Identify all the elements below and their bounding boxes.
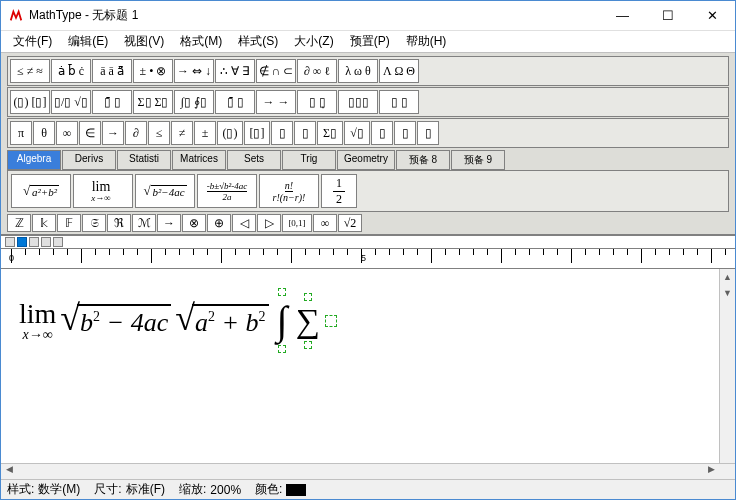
tmpl-box4[interactable]: ▯ (394, 121, 416, 145)
size-step-1[interactable] (5, 237, 15, 247)
status-style-value[interactable]: 数学(M) (38, 481, 80, 498)
formula-integral[interactable]: ∫ (273, 287, 292, 354)
sym-infinity2[interactable]: ∞ (313, 214, 337, 232)
palette-operators[interactable]: ± • ⊗ (133, 59, 173, 83)
tab-sets[interactable]: Sets (227, 150, 281, 170)
menu-file[interactable]: 文件(F) (5, 31, 60, 52)
tmpl-box5[interactable]: ▯ (417, 121, 439, 145)
tmpl-paren[interactable]: (▯) (217, 121, 243, 145)
palette-relations[interactable]: ≤ ≠ ≈ (10, 59, 50, 83)
template-quadratic[interactable]: -b±√b²-4ac2a (197, 174, 257, 208)
tmpl-bracket[interactable]: [▯] (244, 121, 270, 145)
sym-rarrow[interactable]: → (157, 214, 181, 232)
palette-matrices[interactable]: ▯▯▯ (338, 90, 378, 114)
horizontal-scrollbar[interactable]: ◀ ▶ (1, 463, 735, 479)
palette-boxes[interactable]: ▯ ▯ (379, 90, 419, 114)
sym-rtriangle[interactable]: ▷ (257, 214, 281, 232)
palette-sets[interactable]: ∉ ∩ ⊂ (256, 59, 296, 83)
menu-format[interactable]: 格式(M) (172, 31, 230, 52)
menu-view[interactable]: 视图(V) (116, 31, 172, 52)
scroll-down-icon[interactable]: ▼ (720, 285, 735, 301)
integral-upper-slot[interactable] (278, 288, 286, 296)
sum-body-slot[interactable] (325, 315, 337, 327)
sym-ltriangle[interactable]: ◁ (232, 214, 256, 232)
menu-size[interactable]: 大小(Z) (286, 31, 341, 52)
palette-logic[interactable]: ∴ ∀ ∃ (215, 59, 255, 83)
tmpl-box1[interactable]: ▯ (271, 121, 293, 145)
template-pythag[interactable]: √a²+b² (11, 174, 71, 208)
size-step-2[interactable] (17, 237, 27, 247)
palette-products[interactable]: ▯ ▯̣ (297, 90, 337, 114)
palette-greek-lower[interactable]: λ ω θ (338, 59, 378, 83)
size-step-4[interactable] (41, 237, 51, 247)
equation-canvas[interactable]: lim x→∞ √ b2 − 4ac √ a2 + b2 ∫ (1, 269, 735, 463)
sum-upper-slot[interactable] (304, 293, 312, 301)
sym-le[interactable]: ≤ (148, 121, 170, 145)
tab-trig[interactable]: Trig (282, 150, 336, 170)
tab-preset8[interactable]: 预备 8 (396, 150, 450, 170)
tab-geometry[interactable]: Geometry (337, 150, 395, 170)
menu-help[interactable]: 帮助(H) (398, 31, 455, 52)
template-discriminant[interactable]: √b²−4ac (135, 174, 195, 208)
close-button[interactable]: ✕ (690, 1, 735, 30)
formula[interactable]: lim x→∞ √ b2 − 4ac √ a2 + b2 ∫ (19, 287, 717, 354)
formula-sqrt2[interactable]: √ a2 + b2 (175, 304, 268, 338)
tmpl-sum[interactable]: Σ▯ (317, 121, 343, 145)
palette-integrals[interactable]: ∫▯ ∮▯ (174, 90, 214, 114)
sym-s[interactable]: 𝔖 (82, 214, 106, 232)
scroll-up-icon[interactable]: ▲ (720, 269, 735, 285)
palette-accents[interactable]: ȧ b̄ ċ (51, 59, 91, 83)
menu-style[interactable]: 样式(S) (230, 31, 286, 52)
menu-edit[interactable]: 编辑(E) (60, 31, 116, 52)
formula-lim[interactable]: lim x→∞ (19, 300, 56, 342)
palette-bars[interactable]: ā ā ā̃ (92, 59, 132, 83)
palette-calculus[interactable]: ∂ ∞ ℓ (297, 59, 337, 83)
palette-greek-upper[interactable]: Λ Ω Θ (379, 59, 419, 83)
tmpl-sqrt[interactable]: √▯ (344, 121, 370, 145)
integral-lower-slot[interactable] (278, 345, 286, 353)
sym-infty[interactable]: ∞ (56, 121, 78, 145)
template-combination[interactable]: n!r!(n−r)! (259, 174, 319, 208)
maximize-button[interactable]: ☐ (645, 1, 690, 30)
palette-fractions[interactable]: ▯/▯ √▯ (51, 90, 91, 114)
vertical-scrollbar[interactable]: ▲ ▼ (719, 269, 735, 463)
palette-arrows[interactable]: → ⇔ ↓ (174, 59, 214, 83)
sym-partial[interactable]: ∂ (125, 121, 147, 145)
palette-labeled-arrows[interactable]: → → (256, 90, 296, 114)
menu-preset[interactable]: 预置(P) (342, 31, 398, 52)
tab-derivs[interactable]: Derivs (62, 150, 116, 170)
sym-arrow[interactable]: → (102, 121, 124, 145)
sym-k[interactable]: 𝕜 (32, 214, 56, 232)
ruler[interactable]: 0 5 (1, 249, 735, 269)
formula-summation[interactable]: ∑ (291, 292, 323, 350)
sym-interval[interactable]: [0,1] (282, 214, 312, 232)
palette-overbars[interactable]: ▯̄ ▯ (215, 90, 255, 114)
minimize-button[interactable]: — (600, 1, 645, 30)
sym-in[interactable]: ∈ (79, 121, 101, 145)
size-step-5[interactable] (53, 237, 63, 247)
tab-statistics[interactable]: Statisti (117, 150, 171, 170)
palette-scripts[interactable]: ▯̄ ▯ (92, 90, 132, 114)
palette-summation[interactable]: Σ▯ Σ▯ (133, 90, 173, 114)
sym-oplus[interactable]: ⊕ (207, 214, 231, 232)
sym-z[interactable]: ℤ (7, 214, 31, 232)
status-zoom-value[interactable]: 200% (210, 483, 241, 497)
tab-algebra[interactable]: Algebra (7, 150, 61, 170)
template-limit[interactable]: limx→∞ (73, 174, 133, 208)
tmpl-box2[interactable]: ▯ (294, 121, 316, 145)
sym-pi[interactable]: π (10, 121, 32, 145)
status-color-swatch[interactable] (286, 484, 306, 496)
sym-pm[interactable]: ± (194, 121, 216, 145)
status-size-value[interactable]: 标准(F) (126, 481, 165, 498)
tmpl-box3[interactable]: ▯ (371, 121, 393, 145)
size-step-3[interactable] (29, 237, 39, 247)
template-half[interactable]: 12 (321, 174, 357, 208)
palette-fences[interactable]: (▯) [▯] (10, 90, 50, 114)
sum-lower-slot[interactable] (304, 341, 312, 349)
sym-m[interactable]: ℳ (132, 214, 156, 232)
sym-ne[interactable]: ≠ (171, 121, 193, 145)
sym-theta[interactable]: θ (33, 121, 55, 145)
sym-f[interactable]: 𝔽 (57, 214, 81, 232)
formula-sqrt1[interactable]: √ b2 − 4ac (60, 304, 171, 338)
sym-sqrt2[interactable]: √2 (338, 214, 362, 232)
